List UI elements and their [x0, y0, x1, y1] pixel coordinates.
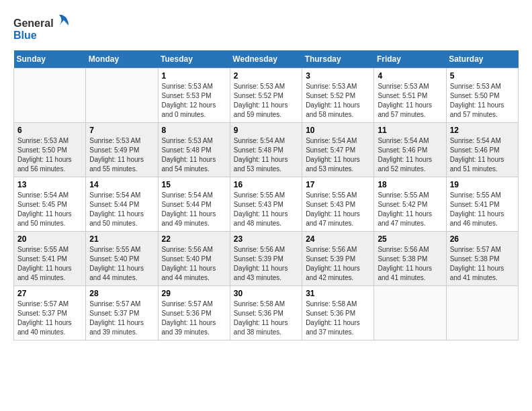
header: GeneralBlue	[13, 13, 519, 44]
day-header-sunday: Sunday	[14, 50, 86, 68]
day-number: 1	[162, 71, 226, 81]
day-number: 15	[162, 180, 226, 189]
day-number: 29	[162, 289, 226, 298]
day-info: Sunrise: 5:57 AM Sunset: 5:37 PM Dayligh…	[89, 300, 154, 337]
day-number: 3	[306, 71, 370, 81]
day-number: 10	[306, 126, 370, 135]
calendar-cell: 30Sunrise: 5:58 AM Sunset: 5:36 PM Dayli…	[230, 286, 302, 340]
calendar-cell: 10Sunrise: 5:54 AM Sunset: 5:47 PM Dayli…	[302, 123, 374, 177]
day-info: Sunrise: 5:53 AM Sunset: 5:50 PM Dayligh…	[450, 82, 515, 120]
calendar-cell: 18Sunrise: 5:55 AM Sunset: 5:42 PM Dayli…	[374, 177, 446, 232]
calendar-cell: 26Sunrise: 5:57 AM Sunset: 5:38 PM Dayli…	[446, 232, 518, 286]
calendar-table: SundayMondayTuesdayWednesdayThursdayFrid…	[13, 50, 519, 340]
day-number: 23	[234, 234, 298, 244]
day-number: 17	[306, 180, 370, 189]
calendar-cell: 2Sunrise: 5:53 AM Sunset: 5:52 PM Daylig…	[230, 68, 302, 123]
day-info: Sunrise: 5:57 AM Sunset: 5:37 PM Dayligh…	[17, 300, 82, 337]
day-info: Sunrise: 5:53 AM Sunset: 5:49 PM Dayligh…	[89, 136, 154, 174]
calendar-cell: 1Sunrise: 5:53 AM Sunset: 5:53 PM Daylig…	[158, 68, 230, 123]
calendar-cell: 16Sunrise: 5:55 AM Sunset: 5:43 PM Dayli…	[230, 177, 302, 232]
day-info: Sunrise: 5:54 AM Sunset: 5:46 PM Dayligh…	[378, 136, 442, 174]
day-number: 25	[378, 234, 442, 244]
day-number: 20	[17, 234, 82, 244]
calendar-cell: 13Sunrise: 5:54 AM Sunset: 5:45 PM Dayli…	[14, 177, 86, 232]
calendar-week-2: 6Sunrise: 5:53 AM Sunset: 5:50 PM Daylig…	[14, 123, 519, 177]
day-number: 8	[162, 126, 226, 135]
day-info: Sunrise: 5:53 AM Sunset: 5:52 PM Dayligh…	[234, 82, 298, 120]
logo: GeneralBlue	[13, 13, 74, 44]
day-info: Sunrise: 5:55 AM Sunset: 5:40 PM Dayligh…	[89, 245, 154, 283]
calendar-cell: 5Sunrise: 5:53 AM Sunset: 5:50 PM Daylig…	[446, 68, 518, 123]
day-number: 13	[17, 180, 82, 189]
day-header-monday: Monday	[86, 50, 158, 68]
calendar-cell: 14Sunrise: 5:54 AM Sunset: 5:44 PM Dayli…	[86, 177, 158, 232]
calendar-cell: 7Sunrise: 5:53 AM Sunset: 5:49 PM Daylig…	[86, 123, 158, 177]
calendar-cell	[446, 286, 518, 340]
day-info: Sunrise: 5:54 AM Sunset: 5:44 PM Dayligh…	[89, 191, 154, 228]
day-header-friday: Friday	[374, 50, 446, 68]
day-info: Sunrise: 5:54 AM Sunset: 5:44 PM Dayligh…	[162, 191, 226, 228]
day-number: 14	[89, 180, 154, 189]
calendar-week-5: 27Sunrise: 5:57 AM Sunset: 5:37 PM Dayli…	[14, 286, 519, 340]
day-number: 12	[450, 126, 515, 135]
calendar-cell: 8Sunrise: 5:53 AM Sunset: 5:48 PM Daylig…	[158, 123, 230, 177]
day-info: Sunrise: 5:57 AM Sunset: 5:36 PM Dayligh…	[162, 300, 226, 337]
day-info: Sunrise: 5:56 AM Sunset: 5:39 PM Dayligh…	[306, 245, 370, 283]
calendar-cell: 28Sunrise: 5:57 AM Sunset: 5:37 PM Dayli…	[86, 286, 158, 340]
calendar-cell: 19Sunrise: 5:55 AM Sunset: 5:41 PM Dayli…	[446, 177, 518, 232]
day-info: Sunrise: 5:54 AM Sunset: 5:45 PM Dayligh…	[17, 191, 82, 228]
day-info: Sunrise: 5:54 AM Sunset: 5:48 PM Dayligh…	[234, 136, 298, 174]
calendar-week-3: 13Sunrise: 5:54 AM Sunset: 5:45 PM Dayli…	[14, 177, 519, 232]
logo-icon: GeneralBlue	[13, 13, 74, 44]
svg-text:Blue: Blue	[13, 30, 37, 41]
calendar-cell: 17Sunrise: 5:55 AM Sunset: 5:43 PM Dayli…	[302, 177, 374, 232]
day-info: Sunrise: 5:53 AM Sunset: 5:48 PM Dayligh…	[162, 136, 226, 174]
calendar-cell: 31Sunrise: 5:58 AM Sunset: 5:36 PM Dayli…	[302, 286, 374, 340]
calendar-cell: 11Sunrise: 5:54 AM Sunset: 5:46 PM Dayli…	[374, 123, 446, 177]
calendar-header-row: SundayMondayTuesdayWednesdayThursdayFrid…	[14, 50, 519, 68]
day-info: Sunrise: 5:56 AM Sunset: 5:38 PM Dayligh…	[378, 245, 442, 283]
calendar-cell: 15Sunrise: 5:54 AM Sunset: 5:44 PM Dayli…	[158, 177, 230, 232]
day-header-wednesday: Wednesday	[230, 50, 302, 68]
day-number: 4	[378, 71, 442, 81]
day-number: 28	[89, 289, 154, 298]
day-number: 2	[234, 71, 298, 81]
calendar-cell: 9Sunrise: 5:54 AM Sunset: 5:48 PM Daylig…	[230, 123, 302, 177]
day-number: 22	[162, 234, 226, 244]
day-info: Sunrise: 5:56 AM Sunset: 5:40 PM Dayligh…	[162, 245, 226, 283]
day-number: 27	[17, 289, 82, 298]
day-info: Sunrise: 5:53 AM Sunset: 5:52 PM Dayligh…	[306, 82, 370, 120]
day-number: 11	[378, 126, 442, 135]
day-info: Sunrise: 5:55 AM Sunset: 5:43 PM Dayligh…	[306, 191, 370, 228]
day-number: 6	[17, 126, 82, 135]
day-info: Sunrise: 5:53 AM Sunset: 5:51 PM Dayligh…	[378, 82, 442, 120]
day-info: Sunrise: 5:56 AM Sunset: 5:39 PM Dayligh…	[234, 245, 298, 283]
calendar-cell: 20Sunrise: 5:55 AM Sunset: 5:41 PM Dayli…	[14, 232, 86, 286]
day-info: Sunrise: 5:54 AM Sunset: 5:46 PM Dayligh…	[450, 136, 515, 174]
day-info: Sunrise: 5:55 AM Sunset: 5:42 PM Dayligh…	[378, 191, 442, 228]
day-info: Sunrise: 5:58 AM Sunset: 5:36 PM Dayligh…	[234, 300, 298, 337]
day-header-thursday: Thursday	[302, 50, 374, 68]
calendar-cell: 27Sunrise: 5:57 AM Sunset: 5:37 PM Dayli…	[14, 286, 86, 340]
day-header-saturday: Saturday	[446, 50, 518, 68]
calendar-cell	[86, 68, 158, 123]
day-number: 21	[89, 234, 154, 244]
calendar-cell: 6Sunrise: 5:53 AM Sunset: 5:50 PM Daylig…	[14, 123, 86, 177]
day-info: Sunrise: 5:54 AM Sunset: 5:47 PM Dayligh…	[306, 136, 370, 174]
calendar-cell: 22Sunrise: 5:56 AM Sunset: 5:40 PM Dayli…	[158, 232, 230, 286]
calendar-cell: 12Sunrise: 5:54 AM Sunset: 5:46 PM Dayli…	[446, 123, 518, 177]
calendar-cell	[14, 68, 86, 123]
calendar-cell: 3Sunrise: 5:53 AM Sunset: 5:52 PM Daylig…	[302, 68, 374, 123]
day-number: 16	[234, 180, 298, 189]
day-info: Sunrise: 5:53 AM Sunset: 5:53 PM Dayligh…	[162, 82, 226, 120]
day-info: Sunrise: 5:58 AM Sunset: 5:36 PM Dayligh…	[306, 300, 370, 337]
svg-text:General: General	[13, 17, 54, 29]
day-info: Sunrise: 5:55 AM Sunset: 5:43 PM Dayligh…	[234, 191, 298, 228]
calendar-cell: 21Sunrise: 5:55 AM Sunset: 5:40 PM Dayli…	[86, 232, 158, 286]
day-number: 31	[306, 289, 370, 298]
day-info: Sunrise: 5:55 AM Sunset: 5:41 PM Dayligh…	[17, 245, 82, 283]
day-info: Sunrise: 5:53 AM Sunset: 5:50 PM Dayligh…	[17, 136, 82, 174]
calendar-cell: 25Sunrise: 5:56 AM Sunset: 5:38 PM Dayli…	[374, 232, 446, 286]
day-number: 7	[89, 126, 154, 135]
calendar-week-4: 20Sunrise: 5:55 AM Sunset: 5:41 PM Dayli…	[14, 232, 519, 286]
